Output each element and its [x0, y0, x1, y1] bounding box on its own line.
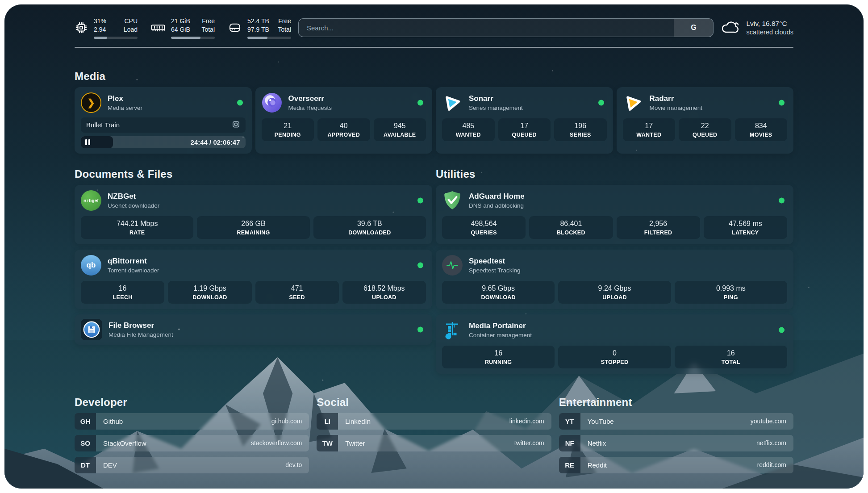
- app-title: Speedtest: [469, 257, 521, 266]
- memory-icon: [151, 22, 165, 33]
- playback-progress-bar: 24:44 / 02:06:47: [81, 136, 246, 148]
- stat-box: 17QUEUED: [498, 118, 551, 141]
- bookmark-url: stackoverflow.com: [251, 435, 309, 451]
- app-title: AdGuard Home: [469, 192, 525, 201]
- qbittorrent-card[interactable]: qb qBittorrent Torrent downloader 16LEEC…: [75, 250, 432, 309]
- cpu-usage-value: 31%: [94, 17, 106, 25]
- memory-progress-bar: [171, 37, 215, 39]
- adguard-card[interactable]: AdGuard Home DNS and adblocking 498,564Q…: [436, 185, 793, 244]
- status-dot: [417, 262, 423, 268]
- stat-box: 498,564QUERIES: [442, 216, 526, 239]
- stat-box: 47.569 msLATENCY: [704, 216, 787, 239]
- memory-widget: 21 GiBFree 64 GiBTotal: [151, 17, 215, 39]
- stat-box: 17WANTED: [623, 118, 676, 141]
- app-title: NZBGet: [108, 192, 159, 201]
- filebrowser-card[interactable]: File Browser Media File Management: [75, 314, 432, 345]
- disk-total-value: 97.9 TB: [247, 25, 269, 34]
- playback-time: 24:44 / 02:06:47: [191, 138, 246, 146]
- pause-icon: [85, 139, 90, 145]
- bookmark-name: Github: [96, 413, 123, 430]
- cpu-usage-label: CPU: [124, 17, 138, 25]
- bookmark-abbr: TW: [317, 435, 338, 451]
- plex-icon: ❯: [81, 92, 101, 113]
- overseerr-card[interactable]: Overseerr Media Requests 21PENDING 40APP…: [255, 87, 433, 154]
- plex-card[interactable]: ❯ Plex Media server Bullet Train: [75, 87, 252, 154]
- app-subtitle: Series management: [469, 104, 523, 111]
- bookmark-url: dev.to: [285, 457, 309, 473]
- cpu-load-value: 2.94: [94, 25, 106, 34]
- overseerr-icon: [262, 92, 282, 113]
- stat-box: 21PENDING: [262, 118, 314, 141]
- section-title-documents: Documents & Files: [75, 168, 432, 180]
- bookmark-github[interactable]: GH Github github.com: [75, 413, 309, 430]
- weather-condition: scattered clouds: [746, 29, 793, 36]
- stat-box: 9.24 GbpsUPLOAD: [558, 281, 671, 304]
- bookmark-name: DEV: [96, 457, 117, 473]
- app-title: File Browser: [108, 321, 173, 330]
- sonarr-icon: [442, 92, 463, 113]
- stat-box: 39.6 TBDOWNLOADED: [313, 216, 426, 239]
- disk-progress-bar: [247, 37, 291, 39]
- memory-free-value: 21 GiB: [171, 17, 190, 25]
- status-dot: [779, 197, 785, 203]
- app-subtitle: DNS and adblocking: [469, 202, 525, 209]
- bookmark-youtube[interactable]: YT YouTube youtube.com: [559, 413, 793, 430]
- search-bar: G: [298, 18, 714, 37]
- app-subtitle: Speedtest Tracking: [469, 267, 521, 274]
- speedtest-card[interactable]: Speedtest Speedtest Tracking 9.65 GbpsDO…: [436, 250, 793, 309]
- stat-box: 40APPROVED: [317, 118, 370, 141]
- bookmark-url: youtube.com: [751, 413, 793, 430]
- stat-box: 471SEED: [255, 281, 339, 304]
- bookmark-name: LinkedIn: [338, 413, 371, 430]
- nzbget-card[interactable]: nzbget NZBGet Usenet downloader 744.21 M…: [75, 185, 432, 244]
- qbittorrent-icon: qb: [81, 255, 101, 276]
- app-title: Media Portainer: [469, 322, 532, 330]
- stat-box: 485WANTED: [442, 118, 495, 141]
- filebrowser-icon: [81, 319, 102, 340]
- bookmark-url: netflix.com: [756, 435, 793, 451]
- bookmark-name: Netflix: [580, 435, 606, 451]
- disk-free-value: 52.4 TB: [247, 17, 269, 25]
- status-dot: [417, 326, 423, 332]
- film-icon: [232, 120, 240, 130]
- status-dot: [598, 100, 604, 105]
- bookmark-stackoverflow[interactable]: SO StackOverflow stackoverflow.com: [75, 435, 309, 451]
- stat-box: 0STOPPED: [558, 346, 671, 368]
- app-title: Plex: [108, 94, 142, 103]
- bookmark-netflix[interactable]: NF Netflix netflix.com: [559, 435, 793, 451]
- stat-box: 196SERIES: [554, 118, 607, 141]
- search-engine-button[interactable]: G: [674, 19, 713, 37]
- search-input[interactable]: [299, 19, 674, 37]
- bookmark-abbr: YT: [559, 413, 580, 430]
- portainer-card[interactable]: Media Portainer Container management 16R…: [436, 314, 793, 374]
- top-bar: 31%CPU 2.94Load 21 GiBFree: [75, 4, 793, 39]
- weather-location-temp: Lviv, 16.87°C: [746, 20, 793, 28]
- app-title: qBittorrent: [108, 257, 159, 266]
- bookmark-twitter[interactable]: TW Twitter twitter.com: [317, 435, 551, 451]
- bookmark-url: reddit.com: [757, 457, 793, 473]
- cpu-progress-bar: [94, 37, 138, 39]
- section-title-social: Social: [317, 396, 551, 409]
- stat-box: 16TOTAL: [675, 346, 787, 368]
- memory-total-label: Total: [201, 25, 215, 34]
- stat-box: 9.65 GbpsDOWNLOAD: [442, 281, 555, 304]
- stat-box: 618.52 MbpsUPLOAD: [342, 281, 426, 304]
- weather-widget: Lviv, 16.87°C scattered clouds: [721, 19, 793, 36]
- section-title-developer: Developer: [75, 396, 309, 409]
- app-subtitle: Media File Management: [108, 331, 173, 338]
- bookmark-name: StackOverflow: [96, 435, 146, 451]
- bookmark-dev[interactable]: DT DEV dev.to: [75, 457, 309, 473]
- stat-box: 16LEECH: [81, 281, 164, 304]
- app-subtitle: Usenet downloader: [108, 202, 159, 209]
- radarr-card[interactable]: Radarr Movie management 17WANTED 22QUEUE…: [617, 87, 794, 154]
- nzbget-icon: nzbget: [81, 190, 101, 211]
- bookmark-abbr: LI: [317, 413, 338, 430]
- cloud-icon: [721, 19, 740, 36]
- bookmark-url: twitter.com: [514, 435, 551, 451]
- stat-box: 266 GBREMAINING: [197, 216, 309, 239]
- bookmark-name: YouTube: [580, 413, 614, 430]
- bookmark-linkedin[interactable]: LI LinkedIn linkedin.com: [317, 413, 551, 430]
- sonarr-card[interactable]: Sonarr Series management 485WANTED 17QUE…: [436, 87, 613, 154]
- bookmark-reddit[interactable]: RE Reddit reddit.com: [559, 457, 793, 473]
- bookmark-abbr: GH: [75, 413, 96, 430]
